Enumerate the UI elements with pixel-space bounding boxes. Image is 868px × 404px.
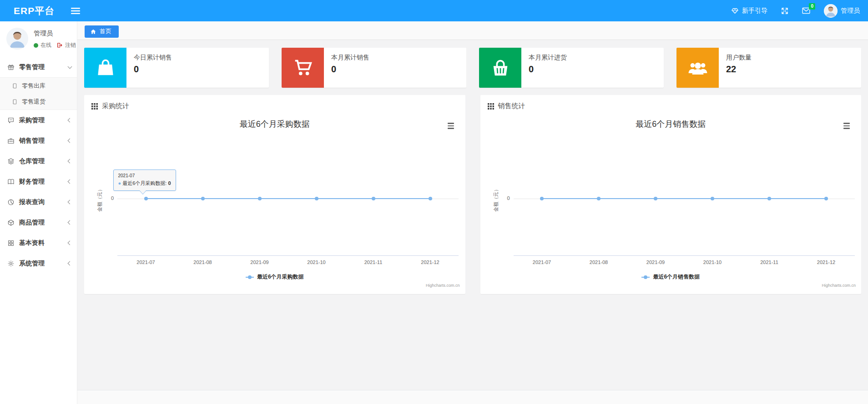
chart-title: 最近6个月销售数据: [480, 119, 862, 130]
x-axis-line: [514, 255, 855, 256]
stat-card-value: 0: [134, 64, 172, 75]
data-point-marker[interactable]: [824, 197, 828, 200]
sidebar-item-retail-return[interactable]: 零售退货: [0, 94, 77, 110]
hamburger-icon: [843, 125, 850, 127]
sidebar-item-label: 零售退货: [22, 98, 45, 106]
panel-header: 销售统计: [480, 95, 862, 115]
chart-legend[interactable]: 最近6个月采购数据: [84, 273, 465, 281]
highcharts-credit-link[interactable]: Highcharts.com.cn: [426, 283, 460, 288]
chart-legend[interactable]: 最近6个月销售数据: [480, 273, 862, 281]
stat-card-label: 今日累计销售: [134, 54, 172, 62]
stat-card-value: 22: [726, 64, 752, 75]
sidebar-item-label: 采购管理: [19, 116, 64, 125]
data-point-marker[interactable]: [654, 197, 657, 200]
home-icon: [90, 29, 96, 35]
data-point-marker[interactable]: [315, 197, 318, 200]
hamburger-icon: [843, 123, 850, 124]
x-axis-tick-label: 2021-12: [421, 259, 439, 265]
x-axis-tick-label: 2021-07: [533, 259, 551, 265]
sales-stats-panel: 销售统计 最近6个月销售数据金额（元）02021-072021-082021-0…: [480, 95, 862, 294]
sidebar-item-system[interactable]: 系统管理: [0, 253, 77, 274]
tooltip-header: 2021-07: [118, 173, 171, 178]
purchase-chart: 最近6个月采购数据金额（元）02021-072021-082021-092021…: [84, 115, 465, 292]
sales-chart: 最近6个月销售数据金额（元）02021-072021-082021-092021…: [480, 115, 862, 292]
document-icon: [12, 99, 18, 105]
stat-cards-row: 今日累计销售 0 本月累计销售 0 本月累计进货 0: [77, 40, 868, 95]
th-grid-icon: [488, 103, 494, 110]
x-axis-line: [117, 255, 459, 256]
panel-header: 采购统计: [84, 95, 465, 115]
hamburger-icon: [843, 128, 850, 129]
sidebar-item-retail-outbound[interactable]: 零售出库: [0, 78, 77, 94]
sidebar-profile: 管理员 在线 注销: [0, 21, 77, 57]
sidebar-item-goods[interactable]: 商品管理: [0, 212, 77, 233]
chart-export-menu-button[interactable]: [842, 121, 851, 130]
chevron-left-icon: [68, 118, 72, 123]
x-axis-tick-label: 2021-10: [703, 259, 722, 265]
data-point-marker[interactable]: [258, 197, 262, 200]
user-menu[interactable]: 管理员: [824, 4, 860, 18]
messages-button[interactable]: 0: [802, 7, 810, 14]
panel-title: 销售统计: [498, 102, 525, 110]
data-point-marker[interactable]: [711, 197, 714, 200]
x-axis-tick-label: 2021-11: [364, 259, 383, 265]
stat-card-label: 本月累计销售: [331, 54, 369, 62]
avatar: [824, 4, 838, 18]
sidebar-item-label: 零售管理: [19, 63, 64, 71]
chevron-left-icon: [68, 180, 72, 184]
newbie-guide-button[interactable]: 新手引导: [731, 7, 767, 15]
main-content: 首页 今日累计销售 0 本月累计销售 0: [77, 0, 868, 404]
newbie-guide-label: 新手引导: [742, 7, 767, 15]
expand-icon: [781, 7, 788, 15]
data-point-marker[interactable]: [372, 197, 375, 200]
sidebar-item-purchase[interactable]: 采购管理: [0, 110, 77, 130]
sidebar-item-basic-data[interactable]: 基本资料: [0, 233, 77, 253]
stat-card-month-sales[interactable]: 本月累计销售 0: [282, 48, 466, 88]
logout-link[interactable]: 注销: [65, 41, 76, 49]
sidebar-item-retail[interactable]: 零售管理: [0, 57, 77, 77]
stat-card-value: 0: [529, 64, 567, 75]
x-axis-tick-label: 2021-10: [307, 259, 325, 265]
chevron-down-icon: [68, 64, 72, 69]
fullscreen-button[interactable]: [781, 7, 788, 15]
profile-name: 管理员: [34, 30, 76, 38]
chevron-left-icon: [68, 261, 72, 266]
stat-card-user-count[interactable]: 用户数量 22: [676, 48, 861, 88]
data-point-marker[interactable]: [144, 197, 148, 200]
data-point-marker[interactable]: [201, 197, 205, 200]
tab-home-label: 首页: [100, 27, 111, 35]
data-point-marker[interactable]: [429, 197, 432, 200]
data-point-marker[interactable]: [540, 197, 544, 200]
panel-title: 采购统计: [102, 102, 129, 110]
online-status-label: 在线: [40, 41, 51, 49]
sidebar-item-label: 报表查询: [19, 198, 64, 206]
stat-card-month-purchase[interactable]: 本月累计进货 0: [479, 48, 664, 88]
message-count-badge: 0: [809, 3, 815, 10]
chevron-left-icon: [68, 159, 72, 164]
sidebar-item-label: 基本资料: [19, 239, 64, 247]
series-line: [542, 198, 826, 199]
bag-icon: [95, 57, 116, 78]
tab-home[interactable]: 首页: [85, 25, 119, 38]
sidebar-item-reports[interactable]: 报表查询: [0, 192, 77, 212]
sidebar-item-label: 销售管理: [19, 137, 64, 145]
data-point-marker[interactable]: [767, 197, 771, 200]
sidebar-toggle-button[interactable]: [67, 5, 84, 17]
stat-card-label: 本月累计进货: [529, 54, 567, 62]
hamburger-icon: [448, 125, 454, 127]
stat-card-today-sales[interactable]: 今日累计销售 0: [84, 48, 269, 88]
sidebar-item-sales[interactable]: 销售管理: [0, 130, 77, 151]
gem-icon: [731, 7, 739, 15]
y-axis-tick-label: 0: [496, 195, 510, 201]
document-icon: [12, 83, 18, 89]
data-point-marker[interactable]: [597, 197, 601, 200]
book-icon: [7, 178, 15, 185]
chart-export-menu-button[interactable]: [446, 121, 455, 130]
sidebar-item-warehouse[interactable]: 仓库管理: [0, 151, 77, 171]
sidebar-item-finance[interactable]: 财务管理: [0, 171, 77, 192]
sidebar-menu: 零售管理 零售出库 零售退货 采购管理 销售管理 仓库管理: [0, 57, 77, 274]
box-icon: [7, 219, 15, 226]
highcharts-credit-link[interactable]: Highcharts.com.cn: [822, 283, 856, 288]
chart-title: 最近6个月采购数据: [84, 119, 465, 130]
top-navbar: ERP平台 新手引导 0 管理员: [0, 0, 868, 21]
